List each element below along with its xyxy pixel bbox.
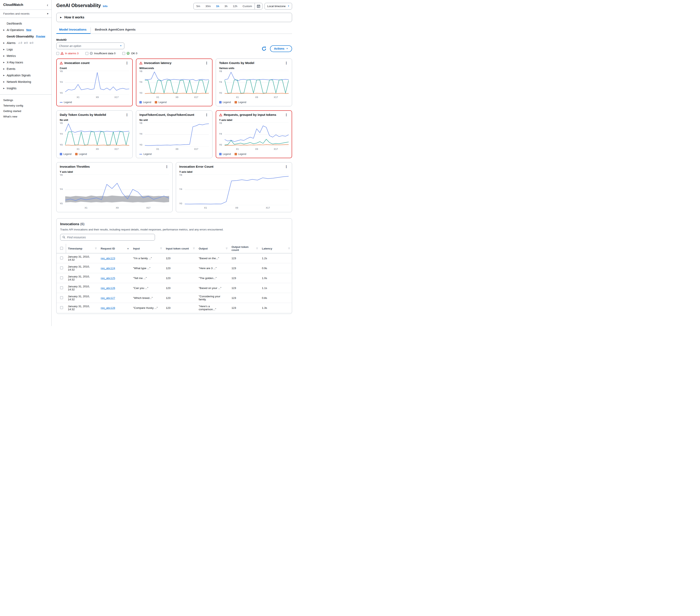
refresh-button[interactable] bbox=[262, 46, 266, 51]
row-checkbox[interactable] bbox=[60, 306, 63, 309]
expand-right-icon[interactable]: ▶ bbox=[3, 55, 5, 57]
modelid-select[interactable]: Choose an option ▼ bbox=[56, 42, 124, 49]
x-tick-label: X9 bbox=[96, 96, 99, 98]
sidebar-item-getting-started[interactable]: Getting started bbox=[0, 108, 51, 114]
tab-model-invocations[interactable]: Model Invocations bbox=[56, 27, 90, 34]
kebab-menu-icon[interactable]: ⋮ bbox=[125, 113, 129, 117]
kebab-menu-icon[interactable]: ⋮ bbox=[125, 61, 129, 65]
sidebar-item-x-ray-traces[interactable]: ▶X-Ray traces bbox=[0, 59, 51, 66]
sidebar-item-badge-new[interactable]: New bbox=[26, 28, 32, 32]
y-axis-labels: Y8Y4Y0 bbox=[139, 123, 145, 147]
time-range-1h[interactable]: 1h bbox=[213, 3, 222, 9]
x-axis-labels: X1X9X17 bbox=[65, 206, 169, 210]
filter-caret-icon[interactable]: ▽ bbox=[95, 248, 97, 250]
sidebar-item-badge-preview[interactable]: Preview bbox=[36, 35, 45, 38]
sort-ascending-icon[interactable]: ▲ bbox=[127, 248, 129, 250]
column-header-latency[interactable]: Latency▽ bbox=[260, 244, 292, 253]
expand-right-icon[interactable]: ▶ bbox=[3, 62, 5, 63]
sidebar-collapse-icon[interactable]: ‹ bbox=[47, 3, 48, 7]
sidebar-item-insights[interactable]: ▶Insights bbox=[0, 85, 51, 91]
filter-caret-icon[interactable]: ▽ bbox=[226, 248, 227, 250]
filter-caret-icon[interactable]: ▽ bbox=[193, 248, 195, 250]
sidebar-item-events[interactable]: ▶Events bbox=[0, 66, 51, 72]
legend-label: Legend bbox=[64, 101, 72, 104]
search-input[interactable] bbox=[67, 236, 153, 239]
checkbox[interactable] bbox=[122, 52, 125, 55]
sidebar-item-settings[interactable]: Settings bbox=[0, 97, 51, 103]
sidebar-item-application-signals[interactable]: ▶Application Signals bbox=[0, 72, 51, 78]
y-tick-label: Y0 bbox=[60, 92, 64, 95]
time-range-30m[interactable]: 30m bbox=[203, 3, 213, 9]
row-checkbox[interactable] bbox=[60, 296, 63, 299]
checkbox[interactable] bbox=[56, 52, 59, 55]
filter-caret-icon[interactable]: ▽ bbox=[160, 248, 162, 250]
tab-bedrock-agentcore-agents[interactable]: Bedrock AgentCore Agents bbox=[90, 27, 139, 34]
sidebar-item-ai-operations[interactable]: ▶AI OperationsNew bbox=[0, 27, 51, 33]
kebab-menu-icon[interactable]: ⋮ bbox=[204, 113, 209, 117]
chart-plot bbox=[145, 71, 209, 95]
kebab-menu-icon[interactable]: ⋮ bbox=[284, 113, 289, 117]
cell-output-tokens: 123 bbox=[229, 283, 260, 293]
filter-in-alarms-3[interactable]: In alarms 3 bbox=[56, 52, 78, 55]
filter-insufficient-data-0[interactable]: Insufficient data 0 bbox=[86, 52, 116, 55]
kebab-menu-icon[interactable]: ⋮ bbox=[164, 165, 169, 168]
timezone-select[interactable]: Local timezone ▼ bbox=[264, 3, 292, 10]
column-header-timestamp[interactable]: Timestamp▽ bbox=[66, 244, 99, 253]
checkbox[interactable] bbox=[86, 52, 88, 55]
time-range-12h[interactable]: 12h bbox=[230, 3, 240, 9]
filter-ok-0[interactable]: OK 0 bbox=[122, 52, 137, 55]
y-tick-label: Y8 bbox=[219, 70, 224, 73]
column-header-output-token-count[interactable]: Output token count▽ bbox=[229, 244, 260, 253]
column-header-input[interactable]: Input▽ bbox=[131, 244, 164, 253]
expand-right-icon[interactable]: ▶ bbox=[3, 75, 5, 76]
request-id-link[interactable]: req_abc123 bbox=[101, 257, 115, 260]
kebab-menu-icon[interactable]: ⋮ bbox=[284, 61, 289, 65]
column-header-request-id[interactable]: Request ID▲ bbox=[99, 244, 131, 253]
actions-button[interactable]: Actions ▼ bbox=[270, 45, 292, 52]
filter-caret-icon[interactable]: ▽ bbox=[288, 248, 290, 250]
time-range-3h[interactable]: 3h bbox=[222, 3, 230, 9]
row-checkbox[interactable] bbox=[60, 256, 63, 260]
search-box[interactable] bbox=[60, 234, 155, 241]
legend-label: Legend bbox=[143, 153, 151, 155]
sidebar-item-dashboards[interactable]: Dashboards bbox=[0, 20, 51, 27]
request-id-link[interactable]: req_abc128 bbox=[101, 306, 115, 310]
chart-title: Invocation Throttles bbox=[60, 165, 90, 168]
time-range-custom[interactable]: Custom bbox=[240, 3, 255, 9]
request-id-link[interactable]: req_abc125 bbox=[101, 277, 115, 280]
sidebar-item-telemetry-config[interactable]: Telemetry config bbox=[0, 103, 51, 108]
cell-request-id: req_abc123 bbox=[99, 253, 131, 263]
row-checkbox[interactable] bbox=[60, 276, 63, 279]
filter-label: In alarms 3 bbox=[65, 52, 78, 55]
expand-right-icon[interactable]: ▶ bbox=[3, 87, 5, 89]
request-id-link[interactable]: req_abc124 bbox=[101, 267, 115, 270]
kebab-menu-icon[interactable]: ⋮ bbox=[284, 165, 289, 168]
expand-right-icon[interactable]: ▶ bbox=[3, 81, 5, 83]
filter-caret-icon[interactable]: ▽ bbox=[256, 248, 258, 250]
request-id-link[interactable]: req_abc127 bbox=[101, 297, 115, 300]
cell-latency: 0.9s bbox=[260, 263, 292, 273]
expand-right-icon[interactable]: ▶ bbox=[3, 68, 5, 70]
expand-right-icon[interactable]: ▶ bbox=[3, 42, 5, 44]
sidebar-item-network-monitoring[interactable]: ▶Network Monitoring bbox=[0, 78, 51, 85]
calendar-icon-button[interactable] bbox=[254, 3, 262, 9]
expand-right-icon[interactable]: ▶ bbox=[3, 29, 5, 31]
info-link[interactable]: Info bbox=[103, 5, 108, 8]
refresh-icon bbox=[262, 46, 266, 51]
column-header-output[interactable]: Output▽ bbox=[197, 244, 229, 253]
row-checkbox[interactable] bbox=[60, 266, 63, 269]
request-id-link[interactable]: req_abc126 bbox=[101, 287, 115, 290]
sidebar-item-logs[interactable]: ▶Logs bbox=[0, 46, 51, 53]
column-header-input-token-count[interactable]: Input token count▽ bbox=[164, 244, 197, 253]
sidebar-item-metrics[interactable]: ▶Metrics bbox=[0, 53, 51, 59]
sidebar-item-favorites-and-recents[interactable]: Favorites and recents ▶ bbox=[0, 10, 51, 18]
kebab-menu-icon[interactable]: ⋮ bbox=[204, 61, 209, 65]
sidebar-item-genai-observability[interactable]: GenAI ObservabilityPreview bbox=[0, 33, 51, 40]
select-all-checkbox[interactable] bbox=[60, 247, 63, 250]
row-checkbox[interactable] bbox=[60, 286, 63, 289]
expand-right-icon[interactable]: ▶ bbox=[3, 49, 5, 50]
time-range-5m[interactable]: 5m bbox=[193, 3, 203, 9]
how-it-works-expander[interactable]: ▶ How it works bbox=[56, 13, 292, 22]
sidebar-item-alarms[interactable]: ▶Alarms⚠0⊘0⊖0 bbox=[0, 40, 51, 46]
sidebar-item-what-s-new[interactable]: What's new bbox=[0, 114, 51, 119]
